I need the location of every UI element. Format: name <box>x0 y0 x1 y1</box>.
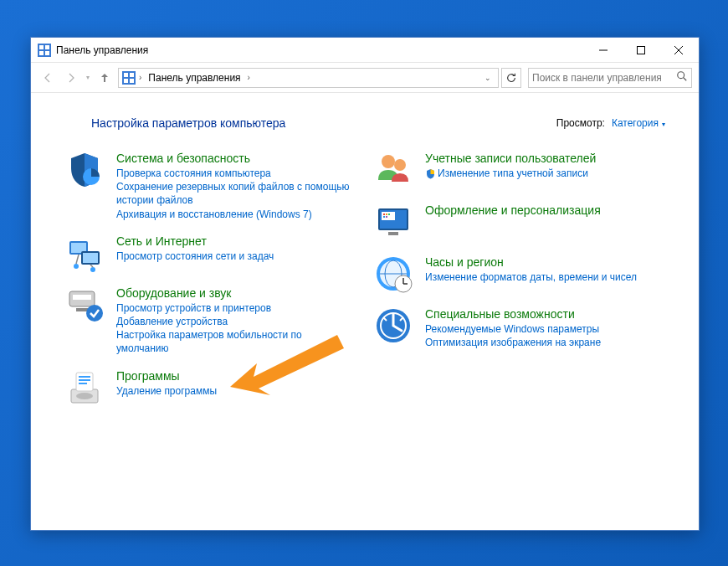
svg-point-22 <box>90 267 95 272</box>
refresh-button[interactable] <box>501 68 521 88</box>
category-link[interactable]: Изменение форматов даты, времени и чисел <box>425 270 665 284</box>
svg-rect-4 <box>45 51 49 55</box>
category-hardware: Оборудование и звукПросмотр устройств и … <box>64 285 356 356</box>
category-link[interactable]: Оптимизация изображения на экране <box>425 336 665 349</box>
up-button[interactable] <box>95 68 115 88</box>
search-box[interactable] <box>528 68 692 88</box>
svg-rect-1 <box>39 45 44 49</box>
category-link[interactable]: Рекомендуемые Windows параметры <box>425 322 665 336</box>
clock-icon <box>373 254 413 294</box>
svg-rect-10 <box>124 73 128 77</box>
control-panel-icon <box>122 71 136 85</box>
close-button[interactable] <box>659 38 697 62</box>
category-title[interactable]: Специальные возможности <box>425 307 665 321</box>
category-link[interactable]: Просмотр состояния сети и задач <box>116 250 356 263</box>
category-system: Система и безопасностьПроверка состояния… <box>64 150 356 221</box>
category-link[interactable]: Просмотр устройств и принтеров <box>116 301 356 315</box>
maximize-button[interactable] <box>622 38 659 62</box>
chevron-down-icon: ▾ <box>662 121 665 128</box>
control-panel-window: Панель управления ▾ <box>30 37 700 531</box>
search-icon[interactable] <box>676 70 688 85</box>
content-area: Настройка параметров компьютера Просмотр… <box>31 93 699 530</box>
category-link[interactable]: Изменение типа учетной записи <box>425 167 665 180</box>
svg-rect-27 <box>76 308 88 311</box>
svg-point-36 <box>394 159 406 171</box>
category-appearance: Оформление и персонализация <box>373 202 665 242</box>
svg-rect-32 <box>79 376 90 378</box>
svg-rect-2 <box>45 45 49 49</box>
svg-point-30 <box>76 393 93 399</box>
category-link[interactable]: Настройка параметров мобильности по умол… <box>116 328 356 355</box>
chevron-right-icon[interactable]: › <box>139 73 141 82</box>
address-bar[interactable]: › Панель управления › ⌄ <box>118 68 499 88</box>
system-icon <box>64 150 105 190</box>
svg-rect-44 <box>386 216 387 218</box>
titlebar: Панель управления <box>31 38 699 63</box>
svg-rect-11 <box>130 73 134 77</box>
window-title: Панель управления <box>56 44 584 56</box>
hardware-icon <box>64 285 105 325</box>
svg-line-24 <box>90 265 93 267</box>
forward-button[interactable] <box>61 68 81 88</box>
svg-rect-26 <box>73 295 91 300</box>
svg-line-23 <box>76 255 79 264</box>
category-title[interactable]: Оформление и персонализация <box>425 203 665 217</box>
category-link[interactable]: Удаление программы <box>116 384 356 398</box>
category-programs: ПрограммыУдаление программы <box>64 368 356 408</box>
category-link[interactable]: Архивация и восстановление (Windows 7) <box>116 208 356 221</box>
svg-point-35 <box>382 155 395 168</box>
svg-point-14 <box>678 72 684 79</box>
svg-rect-12 <box>124 79 128 83</box>
svg-rect-34 <box>79 383 87 384</box>
chevron-right-icon[interactable]: › <box>248 73 250 82</box>
network-icon <box>64 233 105 273</box>
page-title: Настройка параметров компьютера <box>91 116 556 130</box>
svg-rect-43 <box>383 216 385 218</box>
category-clock: Часы и регионИзменение форматов даты, вр… <box>373 254 665 294</box>
svg-rect-33 <box>79 379 90 381</box>
view-dropdown[interactable]: Категория▾ <box>612 117 665 129</box>
category-link[interactable]: Проверка состояния компьютера <box>116 167 356 180</box>
users-icon <box>373 150 413 190</box>
category-link[interactable]: Добавление устройства <box>116 315 356 328</box>
category-title[interactable]: Система и безопасность <box>116 152 356 165</box>
svg-point-28 <box>86 305 103 322</box>
svg-rect-13 <box>130 79 134 83</box>
access-icon <box>373 306 413 346</box>
back-button[interactable] <box>38 68 58 88</box>
svg-line-15 <box>684 78 687 81</box>
control-panel-icon <box>38 44 51 57</box>
category-access: Специальные возможностиРекомендуемые Win… <box>373 306 665 349</box>
svg-rect-3 <box>39 51 44 55</box>
minimize-button[interactable] <box>584 38 622 62</box>
svg-rect-42 <box>388 214 390 215</box>
svg-rect-40 <box>383 214 385 215</box>
address-dropdown-icon[interactable]: ⌄ <box>479 74 496 82</box>
svg-rect-6 <box>637 46 644 54</box>
category-title[interactable]: Учетные записи пользователей <box>425 152 665 165</box>
svg-rect-20 <box>83 253 98 263</box>
category-title[interactable]: Сеть и Интернет <box>116 234 356 248</box>
category-users: Учетные записи пользователейИзменение ти… <box>373 150 665 190</box>
svg-rect-45 <box>388 232 398 235</box>
svg-rect-41 <box>386 214 387 215</box>
search-input[interactable] <box>532 72 676 84</box>
appearance-icon <box>373 202 413 242</box>
category-network: Сеть и ИнтернетПросмотр состояния сети и… <box>64 233 356 273</box>
history-dropdown-icon[interactable]: ▾ <box>86 74 90 81</box>
shield-icon <box>425 168 436 179</box>
breadcrumb-root[interactable]: Панель управления <box>145 72 244 84</box>
svg-point-21 <box>74 264 79 269</box>
view-label: Просмотр: <box>556 117 605 129</box>
programs-icon <box>64 368 105 408</box>
navbar: ▾ › Панель управления › ⌄ <box>31 63 699 93</box>
category-link[interactable]: Сохранение резервных копий файлов с помо… <box>116 180 356 207</box>
category-title[interactable]: Программы <box>116 369 356 383</box>
svg-rect-31 <box>76 373 93 391</box>
category-title[interactable]: Оборудование и звук <box>116 286 356 300</box>
category-title[interactable]: Часы и регион <box>425 255 665 269</box>
